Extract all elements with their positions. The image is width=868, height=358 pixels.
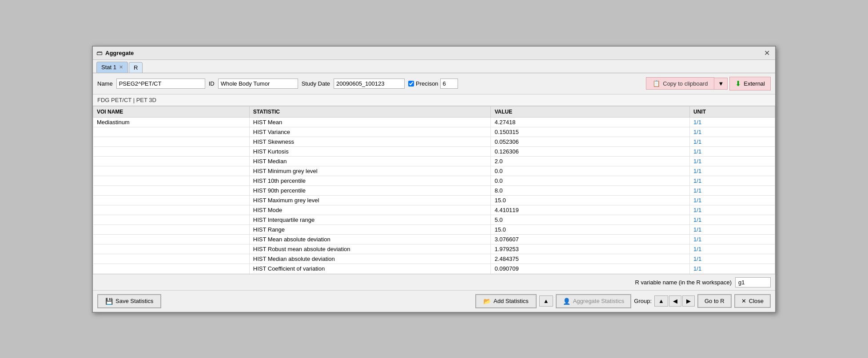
group-prev-button[interactable]: ◀: [669, 295, 681, 307]
title-bar: 🗃 Aggregate ✕: [93, 47, 775, 60]
name-label: Name: [97, 80, 113, 87]
cell-voi: [93, 176, 250, 185]
aggregate-statistics-button[interactable]: Aggregate Statistics: [556, 294, 632, 308]
table-row: HIST 10th percentile 0.0 1/1: [93, 176, 775, 185]
window-title: Aggregate: [105, 50, 134, 56]
unit-link[interactable]: 1/1: [693, 216, 701, 223]
id-label: ID: [209, 80, 215, 87]
statistics-table: VOI NAME STATISTIC VALUE UNIT Mediastinu…: [93, 106, 775, 275]
add-statistics-button[interactable]: Add Statistics: [475, 294, 537, 308]
cell-stat: HIST Robust mean absolute deviation: [249, 244, 491, 254]
aggregate-window: 🗃 Aggregate ✕ Stat 1 ✕ R Name ID Study D…: [92, 46, 776, 313]
tab-r-label: R: [134, 64, 138, 71]
cell-voi: [93, 254, 250, 264]
copy-to-clipboard-button[interactable]: Copy to clipboard: [646, 77, 714, 90]
dropdown-icon: ▼: [718, 80, 724, 87]
window-close-button[interactable]: ✕: [762, 49, 772, 57]
unit-link[interactable]: 1/1: [693, 226, 701, 233]
cell-value: 0.126306: [491, 146, 690, 156]
close-footer-button[interactable]: ✕ Close: [734, 294, 771, 308]
cell-stat: HIST Mean absolute deviation: [249, 234, 491, 244]
cell-voi: [93, 156, 250, 166]
table-row: HIST Mean absolute deviation 3.076607 1/…: [93, 234, 775, 244]
aggregate-label: Aggregate Statistics: [573, 298, 625, 304]
unit-link[interactable]: 1/1: [693, 207, 701, 213]
cell-unit: 1/1: [690, 254, 775, 264]
cell-stat: HIST Range: [249, 224, 491, 234]
unit-link[interactable]: 1/1: [693, 148, 701, 155]
cell-stat: HIST 10th percentile: [249, 176, 491, 185]
cell-stat: HIST Skewness: [249, 137, 491, 146]
cell-stat: HIST Interquartile range: [249, 215, 491, 224]
unit-link[interactable]: 1/1: [693, 129, 701, 135]
unit-link[interactable]: 1/1: [693, 236, 701, 243]
cell-voi: [93, 166, 250, 176]
table-row: HIST Maximum grey level 15.0 1/1: [93, 195, 775, 205]
cell-unit: 1/1: [690, 127, 775, 137]
cell-voi: [93, 244, 250, 254]
table-row: HIST Range 15.0 1/1: [93, 224, 775, 234]
table-row: HIST Kurtosis 0.126306 1/1: [93, 146, 775, 156]
unit-link[interactable]: 1/1: [693, 138, 701, 145]
save-label: Save Statistics: [115, 298, 153, 304]
precision-group: Precison: [408, 79, 458, 89]
unit-link[interactable]: 1/1: [693, 187, 701, 194]
cell-value: 4.410119: [491, 205, 690, 215]
tab-r[interactable]: R: [129, 62, 143, 73]
header-voi-name: VOI NAME: [93, 106, 250, 117]
study-date-input[interactable]: [334, 79, 405, 89]
table-row: HIST Median 2.0 1/1: [93, 156, 775, 166]
group-next-button[interactable]: ▶: [682, 295, 695, 307]
cell-stat: HIST Coefficient of variation: [249, 264, 491, 273]
group-up-button[interactable]: ▲: [654, 295, 668, 307]
cell-stat: HIST 90th percentile: [249, 185, 491, 195]
name-input[interactable]: [116, 79, 205, 89]
cell-unit: 1/1: [690, 264, 775, 273]
unit-link[interactable]: 1/1: [693, 177, 701, 184]
cell-unit: 1/1: [690, 244, 775, 254]
unit-link[interactable]: 1/1: [693, 246, 701, 252]
cell-voi: [93, 205, 250, 215]
unit-link[interactable]: 1/1: [693, 158, 701, 165]
save-statistics-button[interactable]: Save Statistics: [97, 294, 161, 308]
precision-input[interactable]: [440, 79, 458, 89]
cell-stat: HIST Minimum grey level: [249, 166, 491, 176]
unit-link[interactable]: 1/1: [693, 197, 701, 204]
cell-stat: HIST Median absolute deviation: [249, 254, 491, 264]
cell-value: 0.052306: [491, 137, 690, 146]
cell-voi: [93, 195, 250, 205]
cell-value: 4.27418: [491, 117, 690, 127]
breadcrumb: FDG PET/CT | PET 3D: [93, 94, 775, 106]
cell-value: 0.090709: [491, 264, 690, 273]
add-dropdown-button[interactable]: ▲: [539, 295, 553, 307]
table-row: HIST Median absolute deviation 2.484375 …: [93, 254, 775, 264]
study-date-label: Study Date: [302, 80, 330, 87]
unit-link[interactable]: 1/1: [693, 256, 701, 262]
precision-checkbox[interactable]: [408, 81, 414, 87]
table-header-row: VOI NAME STATISTIC VALUE UNIT: [93, 106, 775, 117]
cell-unit: 1/1: [690, 166, 775, 176]
cell-stat: HIST Kurtosis: [249, 146, 491, 156]
tab-stat1[interactable]: Stat 1 ✕: [96, 62, 128, 73]
tab-stat1-close[interactable]: ✕: [119, 64, 123, 70]
clipboard-btn-group: Copy to clipboard ▼ ⬇ External: [646, 77, 771, 90]
table-row: Mediastinum HIST Mean 4.27418 1/1: [93, 117, 775, 127]
toolbar: Name ID Study Date Precison Copy to clip…: [93, 73, 775, 94]
external-button[interactable]: ⬇ External: [729, 77, 771, 90]
r-variable-input[interactable]: [735, 277, 771, 287]
cell-unit: 1/1: [690, 176, 775, 185]
statistics-table-container[interactable]: VOI NAME STATISTIC VALUE UNIT Mediastinu…: [93, 106, 775, 275]
goto-r-button[interactable]: Go to R: [697, 294, 732, 308]
id-input[interactable]: [218, 79, 298, 89]
r-variable-label: R variable name (in the R workspace): [635, 279, 732, 286]
clipboard-dropdown-button[interactable]: ▼: [714, 78, 728, 90]
cell-value: 15.0: [491, 224, 690, 234]
external-label: External: [744, 80, 765, 87]
unit-link[interactable]: 1/1: [693, 168, 701, 174]
clipboard-label: Copy to clipboard: [663, 80, 708, 87]
unit-link[interactable]: 1/1: [693, 119, 701, 126]
table-row: HIST Minimum grey level 0.0 1/1: [93, 166, 775, 176]
unit-link[interactable]: 1/1: [693, 265, 701, 272]
header-unit: UNIT: [690, 106, 775, 117]
cell-voi: [93, 234, 250, 244]
